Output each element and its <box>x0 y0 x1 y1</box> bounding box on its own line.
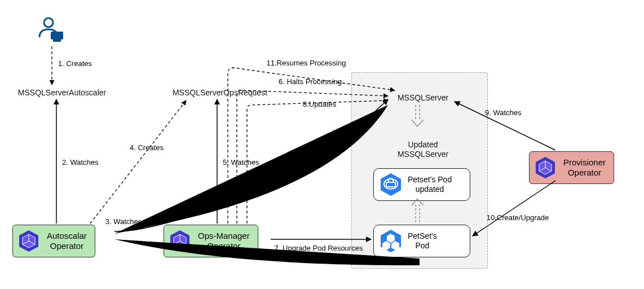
pod-updated-icon <box>378 172 403 197</box>
autoscaler-operator-label: Autoscalar Operator <box>47 231 87 251</box>
opsreq-cr-text: MSSQLServerOpsRequest <box>173 88 267 97</box>
hexagon-icon <box>533 155 558 180</box>
opsreq-cr-label: MSSQLServerOpsRequest <box>164 88 276 98</box>
edge-label-3: 3. Watches <box>101 217 146 226</box>
svg-rect-1 <box>51 32 63 40</box>
provisioner-operator-label: Provisioner Operator <box>563 157 606 178</box>
edge-label-1: 1. Creates <box>58 59 92 68</box>
mssqlserver-label: MSSQLServer <box>389 93 457 103</box>
petset-pod-box: PetSet's Pod <box>373 225 470 257</box>
petset-pod-updated-text: Petset's Pod updated <box>408 175 452 194</box>
svg-point-0 <box>44 18 53 27</box>
petset-pod-text: PetSet's Pod <box>408 231 437 251</box>
edge-label-7: 7. Upgrade Pod Resources <box>274 244 364 253</box>
edge-label-9: 9. Watches <box>485 108 522 117</box>
edge-label-2: 2. Watches <box>62 158 99 167</box>
svg-rect-2 <box>53 40 61 42</box>
edge-label-8: 8.Updates <box>303 100 336 109</box>
ops-manager-operator-box: Ops-Manager Operator <box>164 225 258 257</box>
autoscaler-cr-label: MSSQLServerAutoscaler <box>11 88 113 98</box>
edge-label-4: 4. Creates <box>130 143 164 152</box>
user-icon <box>36 15 67 45</box>
ops-manager-operator-label: Ops-Manager Operator <box>198 231 250 251</box>
hexagon-icon <box>16 229 41 253</box>
provisioner-operator-box: Provisioner Operator <box>529 151 614 184</box>
edge-label-6: 6. Halts Processing <box>276 77 344 86</box>
autoscaler-cr-text: MSSQLServerAutoscaler <box>18 88 106 97</box>
edge-label-5: 5. Watches <box>223 158 259 167</box>
mssqlserver-updated-label: Updated MSSQLServer <box>395 130 451 160</box>
pod-icon <box>378 229 403 253</box>
mssqlserver-updated-text: Updated MSSQLServer <box>398 140 448 159</box>
petset-pod-updated-box: Petset's Pod updated <box>373 168 470 201</box>
edge-label-10: 10.Create/Upgrade <box>484 213 552 222</box>
hexagon-icon <box>167 229 192 253</box>
mssqlserver-text: MSSQLServer <box>398 93 448 102</box>
edge-label-11: 11.Resumes Processing <box>264 59 349 68</box>
autoscaler-operator-box: Autoscalar Operator <box>12 225 95 257</box>
